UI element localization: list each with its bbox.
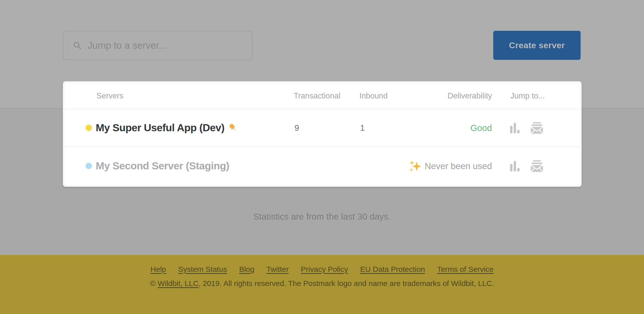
table-header: Servers Transactional Inbound Deliverabi… (65, 83, 580, 109)
deliverability-text: Never been used (425, 161, 492, 171)
footer-link-help[interactable]: Help (151, 265, 166, 274)
pushpin-emoji (228, 123, 238, 133)
column-header-transactional: Transactional (294, 83, 340, 109)
column-header-deliverability: Deliverability (448, 83, 492, 109)
footer-link-eu-data-protection[interactable]: EU Data Protection (360, 265, 425, 274)
jump-to-activity-button[interactable] (531, 160, 543, 172)
footer-link-terms-of-service[interactable]: Terms of Service (437, 265, 493, 274)
server-name-link[interactable]: My Super Useful App (Dev) (96, 122, 225, 134)
envelope-icon (531, 160, 543, 172)
jump-to-statistics-button[interactable] (509, 160, 521, 172)
copyright-prefix: © (150, 279, 158, 287)
footer-link-twitter[interactable]: Twitter (266, 265, 289, 274)
column-header-servers: Servers (96, 83, 123, 109)
server-search (63, 31, 253, 60)
servers-table: Servers Transactional Inbound Deliverabi… (65, 83, 580, 185)
statistics-note: Statistics are from the last 30 days. (0, 212, 644, 222)
column-header-inbound: Inbound (359, 83, 388, 109)
transactional-count: 9 (294, 123, 299, 133)
bar-chart-icon (509, 160, 521, 172)
wildbit-link[interactable]: Wildbit, LLC (158, 279, 199, 287)
footer-links: Help System Status Blog Twitter Privacy … (0, 255, 644, 274)
envelope-icon (531, 122, 543, 134)
server-name-cell[interactable]: My Super Useful App (Dev) (86, 109, 238, 146)
server-name-cell[interactable]: My Second Server (Staging) (86, 147, 229, 185)
jump-to-activity-button[interactable] (531, 122, 543, 134)
deliverability-status: Never been used (409, 160, 492, 172)
footer-link-privacy-policy[interactable]: Privacy Policy (301, 265, 348, 274)
table-row[interactable]: My Super Useful App (Dev) 9 1 Good (65, 109, 580, 146)
jump-to-statistics-button[interactable] (509, 122, 521, 134)
servers-card: Servers Transactional Inbound Deliverabi… (63, 81, 582, 187)
search-input[interactable] (63, 31, 252, 60)
sparkles-emoji (409, 160, 422, 172)
bar-chart-icon (509, 122, 521, 134)
copyright-suffix: , 2019. All rights reserved. The Postmar… (199, 279, 494, 287)
footer-link-system-status[interactable]: System Status (178, 265, 227, 274)
footer-link-blog[interactable]: Blog (239, 265, 254, 274)
search-icon (73, 41, 82, 50)
footer: Help System Status Blog Twitter Privacy … (0, 255, 644, 314)
server-color-dot (86, 125, 92, 131)
column-header-jump-to: Jump to... (510, 83, 545, 109)
create-server-button[interactable]: Create server (493, 31, 581, 60)
inbound-count: 1 (360, 123, 365, 133)
server-name-link[interactable]: My Second Server (Staging) (96, 160, 229, 172)
server-color-dot (86, 163, 92, 169)
copyright-line: © Wildbit, LLC, 2019. All rights reserve… (0, 279, 644, 288)
deliverability-status: Good (470, 123, 492, 133)
table-row[interactable]: My Second Server (Staging) Never been us… (65, 146, 580, 185)
